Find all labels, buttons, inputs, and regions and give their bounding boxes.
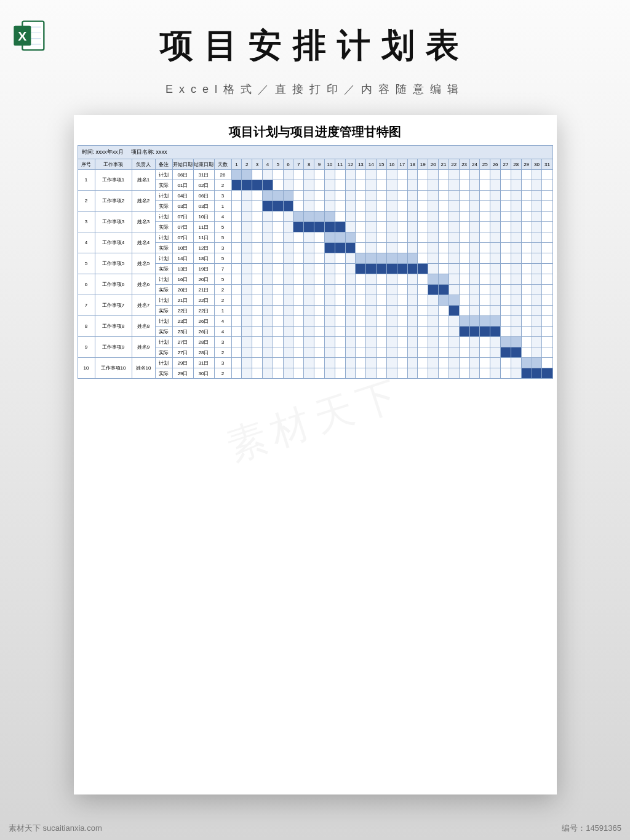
gantt-cell bbox=[469, 191, 480, 201]
gantt-cell bbox=[469, 201, 480, 212]
gantt-cell bbox=[449, 201, 459, 212]
gantt-cell bbox=[397, 180, 407, 191]
col-day-9: 9 bbox=[314, 159, 325, 170]
gantt-cell bbox=[273, 222, 283, 232]
gantt-cell bbox=[480, 306, 490, 316]
gantt-cell bbox=[366, 243, 377, 253]
gantt-cell bbox=[283, 212, 293, 222]
gantt-cell bbox=[314, 253, 325, 264]
gantt-cell bbox=[469, 170, 480, 180]
gantt-cell bbox=[273, 191, 283, 201]
gantt-cell bbox=[252, 337, 263, 347]
col-day-18: 18 bbox=[407, 159, 418, 170]
gantt-cell bbox=[459, 170, 469, 180]
gantt-cell bbox=[242, 243, 252, 253]
gantt-cell bbox=[386, 358, 397, 368]
gantt-cell bbox=[532, 337, 542, 347]
gantt-cell bbox=[377, 180, 387, 191]
gantt-cell bbox=[231, 243, 242, 253]
col-note: 备注 bbox=[155, 159, 172, 170]
cell-start: 29日 bbox=[172, 358, 193, 368]
gantt-cell bbox=[377, 316, 387, 327]
gantt-cell bbox=[521, 316, 532, 327]
gantt-cell bbox=[314, 243, 325, 253]
gantt-cell bbox=[252, 201, 263, 212]
gantt-cell bbox=[521, 327, 532, 337]
gantt-cell bbox=[532, 347, 542, 358]
gantt-cell bbox=[480, 201, 490, 212]
gantt-cell bbox=[459, 358, 469, 368]
cell-note: 计划 bbox=[155, 337, 172, 347]
cell-note: 计划 bbox=[155, 191, 172, 201]
col-day-20: 20 bbox=[428, 159, 439, 170]
gantt-cell bbox=[314, 358, 325, 368]
gantt-cell bbox=[542, 243, 552, 253]
gantt-cell bbox=[407, 212, 418, 222]
gantt-cell bbox=[242, 201, 252, 212]
gantt-cell bbox=[428, 327, 439, 337]
gantt-cell bbox=[366, 212, 377, 222]
gantt-cell bbox=[501, 358, 511, 368]
cell-days: 3 bbox=[214, 191, 231, 201]
footer-right: 编号：14591365 bbox=[562, 823, 621, 834]
gantt-cell bbox=[397, 327, 407, 337]
gantt-cell bbox=[273, 347, 283, 358]
cell-start: 22日 bbox=[172, 306, 193, 316]
gantt-cell bbox=[469, 212, 480, 222]
gantt-cell bbox=[397, 368, 407, 379]
gantt-cell bbox=[501, 232, 511, 243]
cell-owner: 姓名9 bbox=[132, 337, 155, 358]
gantt-cell bbox=[397, 316, 407, 327]
gantt-cell bbox=[407, 264, 418, 274]
gantt-cell bbox=[469, 232, 480, 243]
gantt-cell bbox=[345, 285, 356, 295]
gantt-cell bbox=[511, 316, 521, 327]
gantt-cell bbox=[252, 243, 263, 253]
gantt-cell bbox=[283, 191, 293, 201]
gantt-cell bbox=[532, 170, 542, 180]
gantt-cell bbox=[490, 212, 501, 222]
cell-seq: 2 bbox=[78, 191, 95, 212]
cell-seq: 8 bbox=[78, 316, 95, 337]
gantt-cell bbox=[449, 358, 459, 368]
gantt-cell bbox=[439, 295, 449, 306]
gantt-cell bbox=[469, 253, 480, 264]
gantt-cell bbox=[542, 358, 552, 368]
gantt-cell bbox=[542, 253, 552, 264]
gantt-cell bbox=[490, 264, 501, 274]
gantt-cell bbox=[242, 191, 252, 201]
gantt-cell bbox=[480, 212, 490, 222]
gantt-cell bbox=[335, 222, 345, 232]
cell-days: 5 bbox=[214, 253, 231, 264]
gantt-cell bbox=[304, 232, 314, 243]
cell-task: 工作事项8 bbox=[95, 316, 132, 337]
gantt-cell bbox=[231, 337, 242, 347]
gantt-cell bbox=[293, 368, 304, 379]
cell-seq: 1 bbox=[78, 170, 95, 191]
gantt-cell bbox=[532, 191, 542, 201]
gantt-cell bbox=[345, 337, 356, 347]
gantt-cell bbox=[418, 368, 428, 379]
gantt-cell bbox=[345, 180, 356, 191]
gantt-cell bbox=[324, 274, 335, 285]
gantt-cell bbox=[542, 170, 552, 180]
gantt-cell bbox=[283, 327, 293, 337]
gantt-cell bbox=[335, 358, 345, 368]
gantt-cell bbox=[521, 285, 532, 295]
col-start: 开始日期 bbox=[172, 159, 193, 170]
gantt-cell bbox=[335, 253, 345, 264]
gantt-cell bbox=[283, 201, 293, 212]
gantt-cell bbox=[242, 306, 252, 316]
gantt-cell bbox=[521, 274, 532, 285]
gantt-cell bbox=[273, 274, 283, 285]
gantt-cell bbox=[501, 285, 511, 295]
gantt-cell bbox=[490, 191, 501, 201]
gantt-cell bbox=[283, 368, 293, 379]
gantt-cell bbox=[397, 191, 407, 201]
gantt-cell bbox=[345, 316, 356, 327]
cell-note: 实际 bbox=[155, 285, 172, 295]
gantt-cell bbox=[521, 368, 532, 379]
gantt-cell bbox=[242, 170, 252, 180]
gantt-cell bbox=[262, 243, 273, 253]
gantt-cell bbox=[314, 327, 325, 337]
